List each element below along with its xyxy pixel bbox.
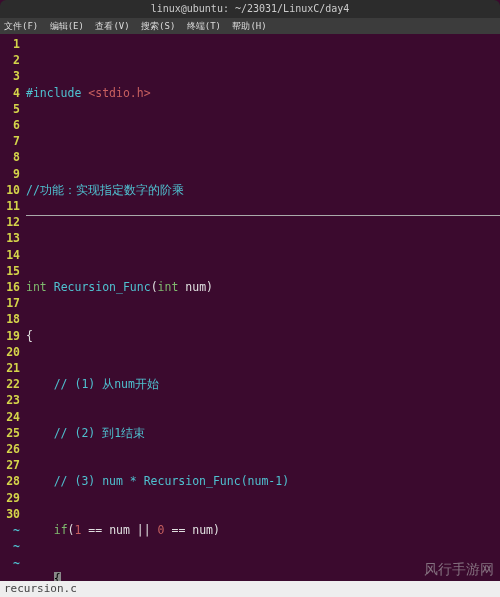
code-line: if(1 == num || 0 == num) <box>26 522 500 538</box>
line-number: 30 <box>0 506 20 522</box>
paren: ( <box>151 280 158 294</box>
header-token: <stdio.h> <box>81 86 150 100</box>
type-token: int <box>158 280 179 294</box>
watermark: 风行手游网 <box>424 561 494 579</box>
param: num) <box>178 280 213 294</box>
code-line: // (1) 从num开始 <box>26 376 500 392</box>
line-number: 15 <box>0 263 20 279</box>
line-number: 27 <box>0 457 20 473</box>
code-line: //功能：实现指定数字的阶乘 <box>26 182 500 198</box>
line-number: 3 <box>0 68 20 84</box>
preproc-token: #include <box>26 86 81 100</box>
menu-view[interactable]: 查看(V) <box>95 21 129 31</box>
line-number: 13 <box>0 230 20 246</box>
line-number: 16 <box>0 279 20 295</box>
menu-search[interactable]: 搜索(S) <box>141 21 175 31</box>
line-number: 28 <box>0 473 20 489</box>
menu-terminal[interactable]: 终端(T) <box>187 21 221 31</box>
menu-file[interactable]: 文件(F) <box>4 21 38 31</box>
tilde: ~ <box>0 538 20 554</box>
line-number: 21 <box>0 360 20 376</box>
line-number: 11 <box>0 198 20 214</box>
line-number-gutter: 1 2 3 4 5 6 7 8 9 10 11 12 13 14 15 16 1… <box>0 34 26 581</box>
line-number: 7 <box>0 133 20 149</box>
window-titlebar: linux@ubuntu: ~/23031/LinuxC/day4 <box>0 0 500 18</box>
code-line: int Recursion_Func(int num) <box>26 279 500 295</box>
line-number: 24 <box>0 409 20 425</box>
line-number: 6 <box>0 117 20 133</box>
line-number: 23 <box>0 392 20 408</box>
menu-help[interactable]: 帮助(H) <box>232 21 266 31</box>
type-token: int <box>26 280 47 294</box>
func-token: Recursion_Func <box>47 280 151 294</box>
line-number: 8 <box>0 149 20 165</box>
line-number: 1 <box>0 36 20 52</box>
menu-edit[interactable]: 编辑(E) <box>50 21 84 31</box>
line-number: 20 <box>0 344 20 360</box>
number-token: 0 <box>158 523 165 537</box>
code-line: #include <stdio.h> <box>26 85 500 101</box>
line-number: 5 <box>0 101 20 117</box>
line-number: 2 <box>0 52 20 68</box>
menubar: 文件(F) 编辑(E) 查看(V) 搜索(S) 终端(T) 帮助(H) <box>0 18 500 34</box>
tilde: ~ <box>0 555 20 571</box>
line-number: 26 <box>0 441 20 457</box>
paren: ( <box>68 523 75 537</box>
code-line: // (3) num * Recursion_Func(num-1) <box>26 473 500 489</box>
keyword-token: if <box>54 523 68 537</box>
line-number: 18 <box>0 311 20 327</box>
op: == num) <box>165 523 220 537</box>
line-number: 9 <box>0 166 20 182</box>
line-number: 4 <box>0 85 20 101</box>
editor-pane[interactable]: 1 2 3 4 5 6 7 8 9 10 11 12 13 14 15 16 1… <box>0 34 500 581</box>
status-filename: recursion.c <box>4 581 77 597</box>
line-number: 19 <box>0 328 20 344</box>
line-number: 22 <box>0 376 20 392</box>
line-number: 17 <box>0 295 20 311</box>
statusbar: recursion.c <box>0 581 500 597</box>
line-number: 12 <box>0 214 20 230</box>
code-line: // (2) 到1结束 <box>26 425 500 441</box>
code-area[interactable]: #include <stdio.h> //功能：实现指定数字的阶乘 int Re… <box>26 34 500 581</box>
line-number: 29 <box>0 490 20 506</box>
indent <box>26 523 54 537</box>
line-number: 25 <box>0 425 20 441</box>
op: == num || <box>81 523 157 537</box>
tilde: ~ <box>0 522 20 538</box>
code-line: { <box>26 328 500 344</box>
line-number: 10 <box>0 182 20 198</box>
cursor-ruler <box>26 215 500 216</box>
code-line <box>26 230 500 246</box>
line-number: 14 <box>0 247 20 263</box>
code-line <box>26 133 500 149</box>
